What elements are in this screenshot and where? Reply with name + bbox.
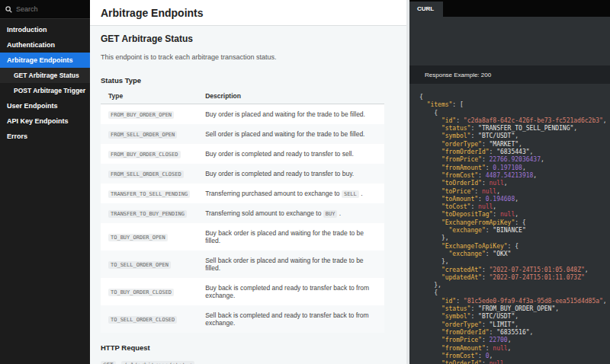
content-scrollbar[interactable] <box>406 0 409 364</box>
json-line: "fromOrderId": "6835516", <box>419 329 610 337</box>
status-type-code: TO_BUY_ORDER_CLOSED <box>108 289 174 296</box>
search-input[interactable] <box>16 5 77 13</box>
json-line: }, <box>419 258 610 266</box>
json-line: "toPrice": null, <box>419 188 610 196</box>
status-description: Sell back order is placed and waiting fo… <box>197 251 384 278</box>
inline-code: SELL <box>342 190 359 198</box>
json-line: "status": "TRANSFER_TO_SELL_PENDING", <box>419 125 610 133</box>
table-row: TO_SELL_ORDER_OPENSell back order is pla… <box>101 251 384 278</box>
status-description: Buy back is completed and ready to trans… <box>197 278 384 305</box>
json-line: "createdAt": "2022-07-24T15:01:05.048Z", <box>419 267 610 274</box>
sidebar-item[interactable]: Errors <box>0 129 90 144</box>
json-line: "status": "FROM_BUY_ORDER_OPEN", <box>419 305 610 313</box>
status-description: Transferring sold amount to exchange to … <box>197 203 384 223</box>
http-request-heading: HTTP Request <box>101 343 396 352</box>
table-row: TO_SELL_ORDER_CLOSEDSell back is complet… <box>101 305 384 333</box>
json-line: "toCost": null, <box>419 203 610 211</box>
table-row: FROM_BUY_ORDER_OPENBuy order is placed a… <box>101 104 384 125</box>
http-request-line: GET /v1/arbitrage/status <box>101 356 396 364</box>
status-type-code: TO_SELL_ORDER_OPEN <box>108 261 171 269</box>
sidebar-item[interactable]: GET Arbitrage Status <box>0 68 90 83</box>
json-line: "fromPrice": 22700, <box>419 337 610 344</box>
status-description: Sell back is completed and ready to tran… <box>197 305 384 333</box>
status-description: Sell order is placed and waiting for the… <box>197 124 384 144</box>
sidebar-item[interactable]: POST Arbitrage Trigger <box>0 83 90 98</box>
sidebar-item[interactable]: Introduction <box>0 22 90 37</box>
json-line: "fromAmount": null, <box>419 345 610 353</box>
json-line: "toAmount": 0.194608, <box>419 196 610 203</box>
json-line: "fromCost": 0, <box>419 353 610 360</box>
status-type-code: TO_SELL_ORDER_CLOSED <box>108 316 177 324</box>
status-type-code: TO_BUY_ORDER_OPEN <box>108 234 168 241</box>
content-scroll: GET Arbitrage Status This endpoint is to… <box>90 26 409 364</box>
json-line: "id": "c2da8af8-642c-426f-be73-fc521ad6c… <box>419 117 610 125</box>
column-header: Type <box>101 89 197 104</box>
json-line: "items": [ <box>419 101 610 109</box>
search-icon <box>5 6 12 13</box>
json-line: "fromPrice": 22766.92036437, <box>419 156 610 164</box>
status-type-code: FROM_BUY_ORDER_OPEN <box>108 111 174 119</box>
response-example-bar: Response Example: 200 <box>409 65 610 84</box>
json-line: }, <box>419 235 610 242</box>
json-line: "updatedAt": "2022-07-24T15:01:11.073Z" <box>419 274 610 282</box>
json-line: "symbol": "BTC/USDT", <box>419 133 610 140</box>
json-line: "fromCost": 4487.54213918, <box>419 172 610 180</box>
json-line: { <box>419 110 610 117</box>
column-header: Description <box>197 89 384 104</box>
search-box[interactable] <box>0 0 90 19</box>
status-description: Buy order is placed and waiting for the … <box>197 104 384 125</box>
status-description: Buy back order is placed and waiting for… <box>197 223 384 251</box>
status-type-heading: Status Type <box>101 76 396 85</box>
table-row: FROM_BUY_ORDER_CLOSEDBuy order is comple… <box>101 144 384 164</box>
status-description: Buy order is completed and ready to tran… <box>197 144 384 164</box>
json-line: "toDepositTag": null, <box>419 211 610 219</box>
status-type-code: FROM_SELL_ORDER_OPEN <box>108 131 177 139</box>
curl-code-area <box>409 17 610 65</box>
code-tabbar: CURL <box>409 0 610 17</box>
http-method-chip: GET <box>101 361 116 364</box>
json-line: "exchange": "BINANCE" <box>419 227 610 235</box>
json-line: "ExchangeToApiKey": { <box>419 243 610 251</box>
table-row: FROM_SELL_ORDER_OPENSell order is placed… <box>101 124 384 144</box>
tab-curl[interactable]: CURL <box>409 2 443 17</box>
table-row: TRANSFER_TO_BUY_PENDINGTransferring sold… <box>101 203 384 223</box>
sidebar-item[interactable]: Authentication <box>0 37 90 53</box>
json-line: "id": "81c5ede0-9fa9-4f3a-95d8-eea515d4d… <box>419 298 610 305</box>
section-description: This endpoint is to track each arbitrage… <box>101 53 396 61</box>
json-line: }, <box>419 282 610 289</box>
table-row: TO_BUY_ORDER_OPENBuy back order is place… <box>101 223 384 251</box>
json-line: "ExchangeFromApiKey": { <box>419 219 610 227</box>
sidebar-item[interactable]: User Endpoints <box>0 98 90 113</box>
status-type-code: FROM_BUY_ORDER_CLOSED <box>108 151 181 158</box>
json-line: "exchange": "OKX" <box>419 251 610 258</box>
status-type-table: Type Description FROM_BUY_ORDER_OPENBuy … <box>101 89 384 333</box>
response-json: { "items": [ { "id": "c2da8af8-642c-426f… <box>409 84 610 364</box>
table-row: TRANSFER_TO_SELL_PENDINGTransferring pur… <box>101 184 384 203</box>
response-example-label: Response Example: 200 <box>425 72 491 78</box>
json-line: "orderType": "MARKET", <box>419 141 610 148</box>
status-description: Transferring purchased amount to exchang… <box>197 184 384 203</box>
table-header-row: Type Description <box>101 89 384 104</box>
inline-code: BUY <box>323 210 338 218</box>
json-line: "symbol": "BTC/USDT", <box>419 313 610 321</box>
json-line: "toOrderId": null, <box>419 180 610 187</box>
status-type-code: TRANSFER_TO_SELL_PENDING <box>108 190 190 198</box>
json-line: "fromAmount": 0.197108, <box>419 164 610 172</box>
table-row: TO_BUY_ORDER_CLOSEDBuy back is completed… <box>101 278 384 305</box>
json-line: "toOrderId": null, <box>419 360 610 364</box>
json-line: { <box>419 289 610 297</box>
status-description: Buy order is completed and ready to tran… <box>197 164 384 184</box>
http-path-chip: /v1/arbitrage/status <box>121 361 194 364</box>
sidebar-item[interactable]: Arbitrage Endpoints <box>0 53 90 68</box>
json-line: { <box>419 94 610 101</box>
sidebar: IntroductionAuthenticationArbitrage Endp… <box>0 0 90 364</box>
page-title: Arbitrage Endpoints <box>101 7 399 19</box>
main-column: Arbitrage Endpoints GET Arbitrage Status… <box>90 0 409 364</box>
app-root: IntroductionAuthenticationArbitrage Endp… <box>0 0 610 364</box>
code-panel: CURL Response Example: 200 { "items": [ … <box>409 0 610 364</box>
section-title: GET Arbitrage Status <box>101 34 396 44</box>
sidebar-nav: IntroductionAuthenticationArbitrage Endp… <box>0 19 90 144</box>
sidebar-item[interactable]: API Key Endpoints <box>0 113 90 129</box>
title-bar: Arbitrage Endpoints <box>90 0 409 26</box>
status-type-code: TRANSFER_TO_BUY_PENDING <box>108 210 187 218</box>
